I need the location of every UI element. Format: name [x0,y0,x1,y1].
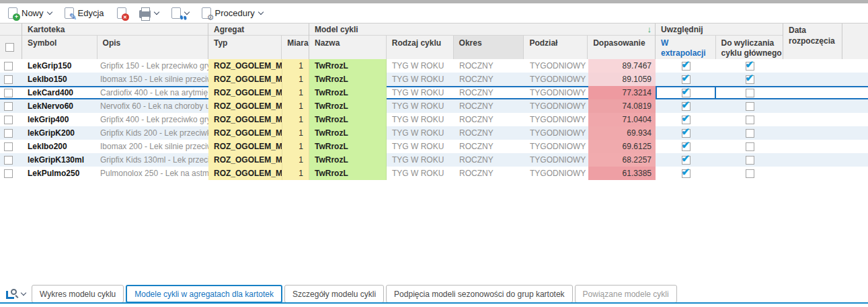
cell-do-wyliczania[interactable] [716,113,783,126]
row-select-cell[interactable] [0,126,22,140]
cell-w-extrapolacji[interactable] [656,86,716,99]
cell-w-extrapolacji[interactable] [656,99,716,113]
cell-symbol[interactable]: LekIbo150 [22,73,97,86]
cell-symbol[interactable]: lekGrip400 [22,113,97,126]
row-checkbox[interactable] [4,62,13,71]
cell-podzial[interactable]: TYGODNIOWY [524,126,588,140]
table-row[interactable]: LekCard400Cardiofix 400 - Lek na arytmię… [0,86,868,99]
cell-data-rozpoczecia[interactable] [783,73,842,86]
cell-podzial[interactable]: TYGODNIOWY [524,153,588,167]
cell-data-rozpoczecia[interactable] [783,140,842,153]
sort-descending-icon[interactable]: ↓ [647,24,652,34]
cell-okres[interactable]: ROCZNY [454,153,524,167]
cell-do-wyliczania[interactable] [716,59,783,73]
export-button[interactable] [170,5,190,21]
cell-rodzaj-cyklu[interactable]: TYG W ROKU [387,126,454,140]
cell-symbol[interactable]: lekGripK200 [22,126,97,140]
cell-okres[interactable]: ROCZNY [454,73,524,86]
cell-podzial[interactable]: TYGODNIOWY [524,59,588,73]
do-wyliczania-checkbox[interactable] [746,129,754,138]
bottom-tab[interactable]: Modele cykli w agregatach dla kartotek [126,285,282,303]
select-all-checkbox[interactable] [5,43,14,52]
cell-podzial[interactable]: TYGODNIOWY [524,99,588,113]
procedures-button[interactable]: ⚙ Procedury [200,5,264,21]
cell-nazwa[interactable]: TwRrozL [309,73,387,86]
cell-podzial[interactable]: TYGODNIOWY [524,140,588,153]
column-header-symbol[interactable]: Symbol [22,36,97,59]
row-checkbox[interactable] [4,89,13,97]
do-wyliczania-checkbox[interactable] [746,116,754,124]
print-button[interactable] [138,5,160,21]
cell-data-rozpoczecia[interactable] [783,59,842,73]
cell-rodzaj-cyklu[interactable]: TYG W ROKU [387,99,454,113]
cell-nazwa[interactable]: TwRrozL [309,99,387,113]
cell-dopasowanie[interactable]: 71.0404 [588,113,656,126]
cell-do-wyliczania[interactable] [716,86,783,99]
cell-rodzaj-cyklu[interactable]: TYG W ROKU [387,59,454,73]
cell-w-extrapolacji[interactable] [656,113,716,126]
column-header-podzial[interactable]: Podział [524,36,588,59]
cell-opis[interactable]: Gripfix Kids 200 - Lek przeciwko g [97,126,208,140]
table-row[interactable]: LekPulmo250Pulmonolox 250 - Lek na astmę… [0,167,868,180]
cell-symbol[interactable]: LekNervo60 [22,99,97,113]
row-checkbox[interactable] [4,169,13,178]
chevron-down-icon[interactable] [153,9,159,14]
cell-rodzaj-cyklu[interactable]: TYG W ROKU [387,73,454,86]
column-header-do-wyliczania[interactable]: Do wyliczania cyklu głównego [716,36,783,59]
w-extrapolacji-checkbox[interactable] [682,142,691,151]
cell-do-wyliczania[interactable] [716,167,783,180]
cell-do-wyliczania[interactable] [716,73,783,86]
cell-miara[interactable]: 1 [282,99,309,113]
cell-typ[interactable]: ROZ_OGOLEM_MA [208,86,282,99]
do-wyliczania-checkbox[interactable] [746,62,754,71]
bottom-tab[interactable]: Szczegóły modelu cykli [284,285,384,303]
bottom-tab[interactable]: Powiązane modele cykli [575,285,677,303]
cell-podzial[interactable]: TYGODNIOWY [524,113,588,126]
cell-do-wyliczania[interactable] [716,153,783,167]
cell-opis[interactable]: Cardiofix 400 - Lek na arytmię ser [97,86,208,99]
cell-miara[interactable]: 1 [282,167,309,180]
table-row[interactable]: lekGripK130mlGripfix Kids 130ml - Lek pr… [0,153,868,167]
cell-rodzaj-cyklu[interactable]: TYG W ROKU [387,167,454,180]
cell-okres[interactable]: ROCZNY [454,167,524,180]
column-header-typ[interactable]: Typ [208,36,282,59]
w-extrapolacji-checkbox[interactable] [682,156,691,165]
cell-miara[interactable]: 1 [282,126,309,140]
cell-symbol[interactable]: LekCard400 [22,86,97,99]
cell-dopasowanie[interactable]: 74.0819 [588,99,656,113]
bottom-tab[interactable]: Wykres modelu cyklu [32,285,124,303]
do-wyliczania-checkbox[interactable] [746,75,754,84]
bottom-tab[interactable]: Podpięcia modeli sezonowości do grup kar… [386,285,572,303]
chevron-down-icon[interactable] [21,290,26,295]
cell-okres[interactable]: ROCZNY [454,126,524,140]
do-wyliczania-checkbox[interactable] [746,102,754,111]
edit-button[interactable]: ✎ Edycja [63,5,106,21]
cell-podzial[interactable]: TYGODNIOWY [524,167,588,180]
cell-w-extrapolacji[interactable] [656,140,716,153]
cell-miara[interactable]: 1 [282,73,309,86]
w-extrapolacji-checkbox[interactable] [682,62,691,71]
column-header-okres[interactable]: Okres [454,36,524,59]
w-extrapolacji-checkbox[interactable] [682,75,691,84]
row-checkbox[interactable] [4,75,13,84]
cell-okres[interactable]: ROCZNY [454,99,524,113]
column-header-nazwa[interactable]: Nazwa [309,36,387,59]
chevron-down-icon[interactable] [258,9,264,14]
cell-symbol[interactable]: lekGripK130ml [22,153,97,167]
cell-opis[interactable]: Gripfix Kids 130ml - Lek przeciwk [97,153,208,167]
row-select-cell[interactable] [0,73,22,86]
cell-typ[interactable]: ROZ_OGOLEM_MA [208,153,282,167]
cell-do-wyliczania[interactable] [716,126,783,140]
cell-opis[interactable]: Ibomax 150 - Lek silnie przeciwbó [97,73,208,86]
cell-rodzaj-cyklu[interactable]: TYG W ROKU [387,86,454,99]
row-checkbox[interactable] [4,116,13,124]
cell-symbol[interactable]: LekIbo200 [22,140,97,153]
cell-okres[interactable]: ROCZNY [454,140,524,153]
row-select-cell[interactable] [0,140,22,153]
cell-data-rozpoczecia[interactable] [783,153,842,167]
column-header-data-rozpoczecia[interactable]: Data rozpoczęcia [783,24,842,59]
do-wyliczania-checkbox[interactable] [746,89,754,97]
w-extrapolacji-checkbox[interactable] [682,169,691,178]
cell-okres[interactable]: ROCZNY [454,86,524,99]
cell-w-extrapolacji[interactable] [656,167,716,180]
